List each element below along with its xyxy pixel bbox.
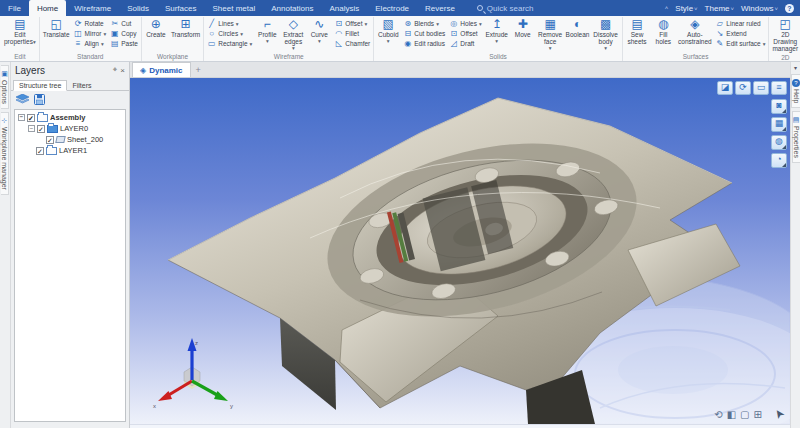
close-icon[interactable]: × (120, 66, 125, 75)
ribbon-group-wireframe: ╱Lines▾ ○Circles▾ ▭Rectangle▾ ⌐ Profile▾… (204, 17, 374, 61)
orbit-mode-button[interactable]: ◍ (771, 135, 787, 150)
panel-collapse-caret-icon[interactable]: ▾ (794, 64, 797, 71)
ribbon: ▤ Edit properties▾ Edit ◱ Translate ⟳Rot… (0, 16, 800, 62)
2d-drawing-manager-button[interactable]: ◰ 2D Drawing manager (771, 17, 799, 53)
boolean-button[interactable]: ◐ Boolean (566, 17, 590, 39)
expand-toggle-icon[interactable]: − (28, 125, 35, 132)
orbit-tool-button[interactable]: ⟲ (714, 409, 722, 420)
viewport[interactable]: x y z ◪ ⟳ ▭ ≡ ◙ ▦ ◍ ◔ (130, 78, 790, 424)
tree-row-layer0[interactable]: − ✓ LAYER0 (15, 123, 125, 134)
window-zoom-button[interactable]: ▭ (753, 81, 769, 95)
pin-icon[interactable]: ⌖ (113, 65, 118, 75)
extend-button[interactable]: ↘Extend (714, 29, 766, 38)
move-button[interactable]: ✚ Move (511, 17, 535, 39)
tab-structure-tree[interactable]: Structure tree (13, 80, 67, 91)
save-layers-button[interactable] (33, 93, 46, 105)
new-tab-button[interactable]: + (196, 65, 201, 75)
extrude-button[interactable]: ↥ Extrude▾ (485, 17, 509, 45)
chamfer-button[interactable]: ◺Chamfer (333, 39, 371, 48)
circles-button[interactable]: ○Circles▾ (206, 29, 253, 38)
menu-tab-solids[interactable]: Solids (119, 0, 157, 16)
menu-tab-home[interactable]: Home (29, 0, 66, 16)
menu-tab-analysis[interactable]: Analysis (321, 0, 367, 16)
edit-surface-button[interactable]: ✎Edit surface▾ (714, 39, 766, 48)
menu-tab-surfaces[interactable]: Surfaces (157, 0, 205, 16)
windows-menu[interactable]: Windows˅ (741, 4, 778, 13)
shaded-view-button[interactable]: ◙ (771, 99, 787, 114)
lines-button[interactable]: ╱Lines▾ (206, 19, 253, 28)
ribbon-group-workplane: ⊕ Create ⊞ Transform Workplane (142, 17, 204, 61)
ribbon-collapse-icon[interactable]: ˄ (665, 5, 669, 11)
extrude-icon: ↥ (492, 18, 502, 31)
menu-tab-annotations[interactable]: Annotations (263, 0, 321, 16)
translate-icon: ◱ (50, 18, 61, 31)
viewport-canvas[interactable]: x y z (130, 78, 790, 424)
tree-row-layer1[interactable]: ✓ LAYER1 (15, 145, 125, 156)
workplane-transform-button[interactable]: ⊞ Transform (170, 17, 201, 39)
profile-button[interactable]: ⌐ Profile▾ (255, 17, 279, 45)
extract-edges-button[interactable]: ◇ Extract edges▾ (281, 17, 305, 52)
linear-ruled-button[interactable]: ▱Linear ruled (714, 19, 766, 28)
draft-button[interactable]: ◿Draft (448, 39, 482, 48)
solid-offset-button[interactable]: ⊡Offset (448, 29, 482, 38)
grid-snap-button[interactable]: ▦ (771, 117, 787, 132)
tab-filters[interactable]: Filters (67, 81, 96, 90)
theme-menu[interactable]: Theme˅ (705, 4, 734, 13)
properties-panel-tab[interactable]: ▤ Properties (792, 111, 800, 163)
view-menu-button[interactable]: ≡ (771, 81, 787, 95)
menu-tab-file[interactable]: File (0, 0, 29, 16)
quick-search-input[interactable]: Quick search (477, 0, 534, 16)
sheet-checkbox[interactable]: ✓ (46, 136, 54, 144)
holes-button[interactable]: ◎Holes▾ (448, 19, 482, 28)
rotate-button[interactable]: ⟳Rotate (73, 19, 108, 28)
cut-button[interactable]: ✂Cut (109, 19, 139, 28)
curve-button[interactable]: ∿ Curve▾ (307, 17, 331, 45)
extend-icon: ↘ (715, 29, 724, 38)
tree-row-sheet-200[interactable]: ✓ Sheet_200 (15, 134, 125, 145)
tree-row-assembly[interactable]: − ✓ Assembly (15, 112, 125, 123)
style-menu[interactable]: Style˅ (675, 4, 697, 13)
menu-tab-electrode[interactable]: Electrode (367, 0, 417, 16)
sew-sheets-button[interactable]: ▤ Sew sheets (625, 17, 650, 46)
rotate-view-button[interactable]: ⟳ (735, 81, 751, 95)
mirror-button[interactable]: ◫Mirror▾ (73, 29, 108, 38)
menu-tab-sheet-metal[interactable]: Sheet metal (205, 0, 264, 16)
wireframe-view-button[interactable]: ▢ (740, 409, 749, 420)
offset-button[interactable]: ⊡Offset▾ (333, 19, 371, 28)
workplane-manager-panel-tab[interactable]: ⊹ Workplane manager (1, 112, 9, 195)
align-button[interactable]: ≡Align▾ (73, 39, 108, 48)
folder-icon (46, 147, 57, 155)
cuboid-button[interactable]: ▧ Cuboid▾ (376, 17, 400, 45)
paste-button[interactable]: ▤Paste (109, 39, 139, 48)
spin-mode-button[interactable]: ◔ (771, 153, 787, 168)
document-tab-dynamic[interactable]: ◈ Dynamic (132, 62, 191, 77)
quick-search-placeholder: Quick search (487, 4, 534, 13)
help-icon[interactable]: ? (785, 4, 794, 13)
structure-tree: − ✓ Assembly − ✓ LAYER0 ✓ Sheet_200 (14, 109, 126, 422)
assembly-checkbox[interactable]: ✓ (27, 114, 35, 122)
remove-face-button[interactable]: ▦ Remove face▾ (537, 17, 564, 52)
help-panel-tab[interactable]: ? Help (791, 74, 800, 108)
edit-radius-button[interactable]: ◉Edit radius (402, 39, 446, 48)
workplane-create-button[interactable]: ⊕ Create (144, 17, 168, 39)
multi-viewport-button[interactable]: ⊞ (754, 409, 762, 420)
translate-button[interactable]: ◱ Translate (42, 17, 71, 39)
layer0-checkbox[interactable]: ✓ (37, 125, 45, 133)
blends-button[interactable]: ⊛Blends▾ (402, 19, 446, 28)
layer1-checkbox[interactable]: ✓ (36, 147, 44, 155)
dissolve-body-button[interactable]: ▩ Dissolve body▾ (592, 17, 620, 52)
auto-constrained-button[interactable]: ◈ Auto-constrained (677, 17, 712, 46)
expand-toggle-icon[interactable]: − (18, 114, 25, 121)
rectangle-button[interactable]: ▭Rectangle▾ (206, 39, 253, 48)
cut-bodies-button[interactable]: ⊟Cut bodies (402, 29, 446, 38)
copy-button[interactable]: ▣Copy (109, 29, 139, 38)
options-panel-tab[interactable]: ▣ Options (1, 65, 9, 109)
menu-tab-reverse[interactable]: Reverse (417, 0, 463, 16)
box-view-button[interactable]: ◧ (727, 409, 736, 420)
layers-list-button[interactable] (16, 93, 29, 105)
fillet-button[interactable]: ◠Fillet (333, 29, 371, 38)
fill-holes-button[interactable]: ◍ Fill holes (651, 17, 675, 46)
menu-tab-wireframe[interactable]: Wireframe (66, 0, 119, 16)
iso-view-button[interactable]: ◪ (717, 81, 733, 95)
edit-properties-button[interactable]: ▤ Edit properties▾ (3, 17, 37, 47)
